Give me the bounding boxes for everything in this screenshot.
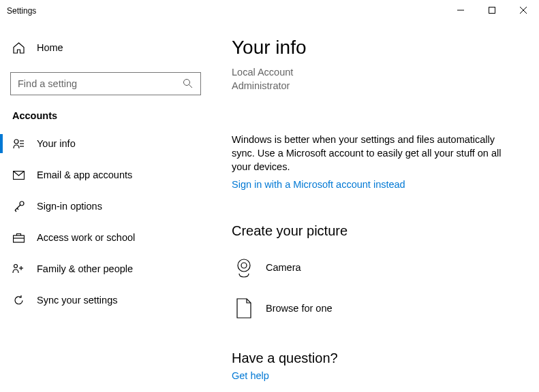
sidebar: Home Accounts Your info Email & app acco… [0,22,211,392]
maximize-button[interactable] [476,0,508,20]
home-icon [12,42,25,54]
key-icon [12,200,25,212]
svg-line-5 [189,85,193,88]
search-icon [183,78,194,89]
content-container: Home Accounts Your info Email & app acco… [0,22,539,392]
maximize-icon [489,7,495,14]
camera-label: Camera [266,262,301,273]
sidebar-item-signin-options[interactable]: Sign-in options [0,191,211,222]
svg-line-14 [17,208,18,210]
window-title: Settings [7,6,36,16]
home-label: Home [37,42,63,53]
page-title: Your info [232,37,519,59]
your-info-icon [12,137,25,150]
signin-microsoft-link[interactable]: Sign in with a Microsoft account instead [232,179,405,190]
sidebar-item-label: Sync your settings [37,295,117,306]
search-input[interactable] [18,78,183,89]
svg-point-17 [14,265,18,268]
home-nav[interactable]: Home [0,34,211,61]
account-type: Local Account [232,65,519,79]
account-role: Administrator [232,79,519,93]
file-icon [232,296,256,321]
briefcase-icon [12,231,25,244]
sidebar-item-label: Access work or school [37,232,135,243]
minimize-button[interactable] [445,0,476,20]
svg-point-4 [184,80,190,86]
close-icon [520,7,527,14]
sidebar-item-label: Family & other people [37,263,133,274]
sidebar-item-email-accounts[interactable]: Email & app accounts [0,159,211,191]
people-icon [12,263,25,275]
sidebar-item-sync[interactable]: Sync your settings [0,284,211,316]
camera-icon [232,255,256,280]
camera-option[interactable]: Camera [232,251,519,284]
svg-rect-1 [489,7,495,14]
sidebar-item-label: Sign-in options [37,201,102,212]
svg-point-21 [241,263,247,268]
svg-line-13 [15,210,16,212]
sidebar-item-work-school[interactable]: Access work or school [0,222,211,253]
sync-description: Windows is better when your settings and… [232,133,519,174]
sidebar-item-your-info[interactable]: Your info [0,128,211,159]
email-icon [12,169,25,181]
search-box[interactable] [10,72,201,95]
browse-label: Browse for one [266,303,333,314]
sidebar-item-label: Email & app accounts [37,169,132,180]
get-help-link[interactable]: Get help [232,370,269,381]
minimize-icon [457,7,464,14]
close-button[interactable] [508,0,539,20]
sidebar-section-header: Accounts [0,95,211,128]
create-picture-heading: Create your picture [232,223,519,239]
sidebar-item-family[interactable]: Family & other people [0,253,211,284]
window-controls [445,0,539,20]
main-panel: Your info Local Account Administrator Wi… [211,22,539,392]
browse-option[interactable]: Browse for one [232,292,519,325]
sidebar-item-label: Your info [37,138,76,149]
sync-icon [12,294,25,306]
question-heading: Have a question? [232,350,519,366]
svg-rect-15 [13,235,24,242]
svg-point-6 [14,140,18,144]
svg-point-20 [238,259,250,272]
